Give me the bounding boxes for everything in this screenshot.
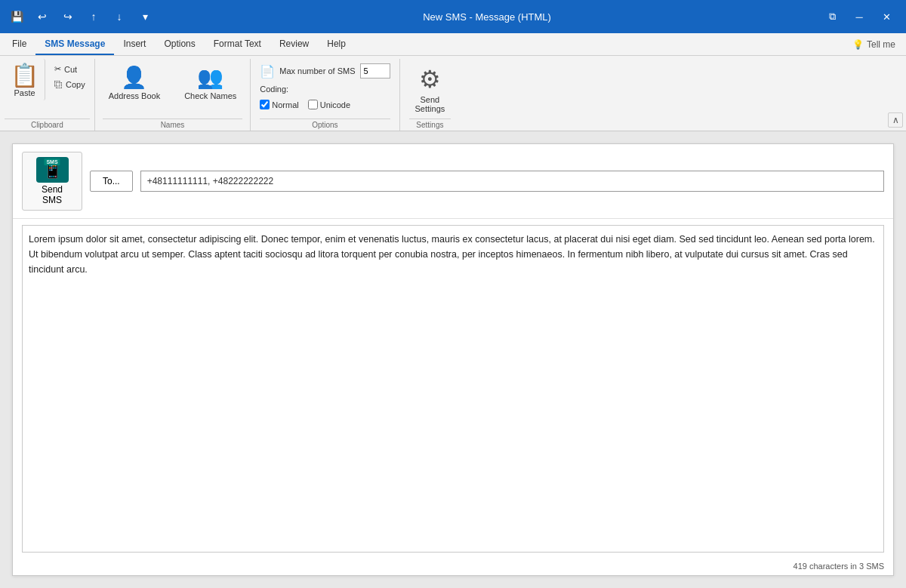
copy-label: Copy (66, 80, 85, 89)
clipboard-label: Clipboard (5, 119, 90, 131)
redo-icon[interactable]: ↪ (57, 6, 79, 27)
sms-phone-container: 📱 SMS (36, 157, 69, 183)
menu-help[interactable]: Help (318, 33, 355, 55)
settings-group: ⚙ SendSettings Settings (400, 59, 461, 131)
title-bar: 💾 ↩ ↪ ↑ ↓ ▾ New SMS - Message (HTML) ⧉ ─… (0, 0, 906, 33)
menu-options[interactable]: Options (155, 33, 204, 55)
paste-label: Paste (14, 88, 35, 97)
restore-button[interactable]: ⧉ (818, 0, 846, 33)
copy-icon: ⿻ (54, 80, 63, 89)
cut-label: Cut (64, 65, 77, 74)
cut-copy-container: ✂ Cut ⿻ Copy (50, 59, 90, 91)
options-content: 📄 Max number of SMS Coding: Normal Unico… (260, 59, 390, 117)
close-button[interactable]: ✕ (873, 0, 900, 33)
coding-options: Normal Unicode (260, 100, 390, 109)
message-textarea[interactable]: Lorem ipsum dolor sit amet, consectetur … (22, 225, 884, 553)
max-sms-row: 📄 Max number of SMS (260, 63, 390, 79)
send-sms-label-container: Send SMS (42, 184, 63, 205)
address-book-button[interactable]: 👤 Address Book (103, 62, 166, 103)
send-label: Send (42, 184, 63, 195)
sms-doc-icon: 📄 (260, 64, 275, 79)
ribbon-collapse-button[interactable]: ∧ (888, 112, 903, 128)
gear-icon: ⚙ (419, 65, 441, 94)
paste-button[interactable]: 📋 Paste (5, 59, 45, 100)
download-icon[interactable]: ↓ (109, 6, 130, 27)
unicode-checkbox[interactable] (308, 100, 318, 109)
to-button[interactable]: To... (90, 171, 133, 192)
copy-button[interactable]: ⿻ Copy (50, 78, 90, 91)
sms-label: SMS (42, 195, 62, 205)
check-names-button[interactable]: 👥 Check Names (178, 62, 242, 103)
main-content: 📱 SMS Send SMS To... Lorem ipsum dolor s… (0, 131, 906, 588)
message-window: 📱 SMS Send SMS To... Lorem ipsum dolor s… (12, 143, 894, 576)
settings-content: ⚙ SendSettings (409, 59, 451, 117)
paste-icon: 📋 (11, 62, 39, 88)
more-icon[interactable]: ▾ (134, 6, 156, 27)
options-label: Options (260, 119, 390, 131)
max-sms-label: Max number of SMS (279, 66, 355, 75)
address-book-icon: 👤 (121, 65, 147, 90)
cut-button[interactable]: ✂ Cut (50, 62, 90, 76)
window-controls: ⧉ ─ ✕ (818, 0, 900, 33)
scissors-icon: ✂ (54, 64, 61, 74)
recipients-input[interactable] (140, 171, 884, 192)
menu-sms-message[interactable]: SMS Message (35, 33, 114, 55)
unicode-label: Unicode (320, 100, 350, 109)
menu-review[interactable]: Review (270, 33, 318, 55)
sms-badge: SMS (44, 159, 60, 165)
menu-format-text[interactable]: Format Text (205, 33, 270, 55)
max-sms-input[interactable] (360, 63, 390, 79)
clipboard-group: 📋 Paste ✂ Cut ⿻ Copy Clipboard (0, 59, 95, 131)
check-names-icon: 👥 (197, 65, 223, 90)
message-header: 📱 SMS Send SMS To... (13, 144, 893, 219)
settings-label: Settings (409, 119, 451, 131)
names-group: 👤 Address Book 👥 Check Names Names (95, 59, 251, 131)
menu-file[interactable]: File (3, 33, 35, 55)
address-book-label: Address Book (109, 91, 160, 100)
upload-icon[interactable]: ↑ (83, 6, 104, 27)
window-title: New SMS - Message (HTML) (156, 11, 818, 23)
check-names-label: Check Names (184, 91, 236, 100)
send-sms-button[interactable]: 📱 SMS Send SMS (22, 152, 82, 211)
menu-insert[interactable]: Insert (114, 33, 155, 55)
normal-checkbox-label[interactable]: Normal (260, 100, 298, 109)
send-settings-button[interactable]: ⚙ SendSettings (409, 62, 451, 116)
message-footer: 419 characters in 3 SMS (13, 559, 893, 575)
names-label: Names (103, 119, 243, 131)
undo-icon[interactable]: ↩ (32, 6, 53, 27)
tell-me-label: Tell me (867, 39, 895, 50)
character-count: 419 characters in 3 SMS (794, 562, 884, 571)
minimize-button[interactable]: ─ (846, 0, 873, 33)
tell-me[interactable]: 💡 Tell me (845, 33, 903, 55)
menu-bar: File SMS Message Insert Options Format T… (0, 33, 906, 56)
unicode-checkbox-label[interactable]: Unicode (308, 100, 350, 109)
lightbulb-icon: 💡 (852, 39, 864, 50)
names-content: 👤 Address Book 👥 Check Names (103, 59, 243, 117)
send-settings-label: SendSettings (415, 95, 445, 113)
normal-label: Normal (272, 100, 298, 109)
save-icon[interactable]: 💾 (6, 6, 27, 27)
ribbon: 📋 Paste ✂ Cut ⿻ Copy Clipboard 👤 Address… (0, 56, 906, 131)
normal-checkbox[interactable] (260, 100, 270, 109)
options-group: 📄 Max number of SMS Coding: Normal Unico… (251, 59, 399, 131)
title-bar-controls: 💾 ↩ ↪ ↑ ↓ ▾ (6, 6, 156, 27)
coding-label: Coding: (260, 85, 390, 94)
message-body: Lorem ipsum dolor sit amet, consectetur … (13, 219, 893, 559)
